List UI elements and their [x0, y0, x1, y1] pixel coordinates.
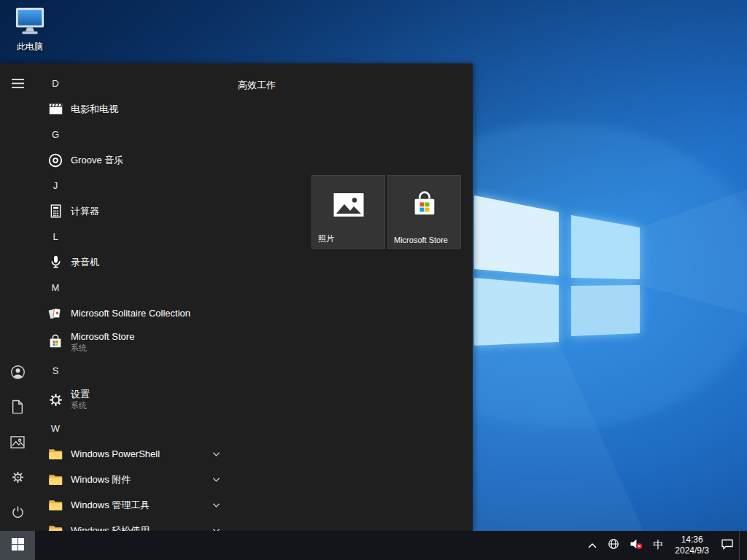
- letter-header-m[interactable]: M: [35, 275, 236, 300]
- desktop-icon-this-pc[interactable]: 此电脑: [9, 6, 51, 53]
- tile-microsoft-store[interactable]: Microsoft Store: [387, 175, 461, 249]
- store-icon: [47, 333, 64, 351]
- calculator-icon: [47, 203, 64, 220]
- clock-time: 14:36: [681, 534, 703, 545]
- tile-photos[interactable]: 照片: [311, 175, 385, 249]
- app-item-label: 录音机: [71, 256, 99, 269]
- letter-label: G: [47, 129, 64, 140]
- folder-item-label: Windows 附件: [71, 473, 131, 486]
- windows-logo-icon: [12, 538, 24, 553]
- tile-group-header[interactable]: 高效工作: [238, 79, 276, 92]
- app-item-label: Microsoft Store: [71, 331, 134, 342]
- photos-icon: [333, 191, 365, 222]
- app-item-label: 计算器: [71, 205, 99, 218]
- show-desktop-button[interactable]: [739, 531, 744, 560]
- clock-date: 2024/9/3: [675, 545, 709, 556]
- chevron-down-icon: [212, 451, 220, 457]
- app-item-label: 设置: [71, 389, 90, 400]
- start-button[interactable]: [0, 531, 35, 560]
- network-globe-icon: [608, 538, 619, 553]
- chevron-down-icon: [212, 477, 220, 483]
- user-account-button[interactable]: [0, 356, 35, 391]
- app-item-sublabel: 系统: [71, 343, 134, 354]
- app-item-settings[interactable]: 设置 系统: [35, 384, 236, 416]
- letter-header-d[interactable]: D: [35, 71, 236, 96]
- letter-label: D: [47, 78, 64, 89]
- ime-indicator[interactable]: 中: [648, 531, 668, 560]
- taskbar: 中 14:36 2024/9/3: [0, 531, 747, 560]
- action-center-icon: [721, 538, 734, 553]
- pictures-icon: [10, 436, 25, 451]
- pictures-button[interactable]: [0, 426, 35, 461]
- tile-label: Microsoft Store: [394, 236, 457, 244]
- rail-bottom-group: [0, 356, 35, 531]
- app-item-label: Groove 音乐: [71, 154, 123, 167]
- app-item-calculator[interactable]: 计算器: [35, 198, 236, 224]
- folder-icon: [47, 522, 64, 532]
- start-menu: D 电影和电视 G: [0, 63, 473, 531]
- letter-label: S: [47, 365, 64, 376]
- app-item-groove-music[interactable]: Groove 音乐: [35, 147, 236, 173]
- folder-icon: [47, 497, 64, 514]
- documents-button[interactable]: [0, 391, 35, 426]
- movies-tv-icon: [47, 101, 64, 118]
- volume-muted-icon: [630, 538, 643, 553]
- this-pc-icon: [13, 26, 47, 39]
- letter-header-l[interactable]: L: [35, 224, 236, 249]
- folder-item-label: Windows PowerShell: [71, 448, 160, 459]
- app-item-label: 电影和电视: [71, 103, 118, 116]
- desktop-icon-label: 此电脑: [9, 41, 51, 53]
- chevron-down-icon: [212, 502, 220, 508]
- letter-header-g[interactable]: G: [35, 122, 236, 147]
- avatar-icon: [10, 365, 26, 383]
- solitaire-icon: [47, 305, 64, 322]
- app-item-label: Microsoft Solitaire Collection: [71, 308, 190, 319]
- letter-label: L: [47, 231, 64, 242]
- clock[interactable]: 14:36 2024/9/3: [668, 531, 716, 560]
- start-menu-tiles-pane: 高效工作 照片: [236, 63, 473, 531]
- settings-gear-icon: [47, 391, 64, 408]
- document-icon: [11, 400, 24, 417]
- app-item-solitaire[interactable]: Microsoft Solitaire Collection: [35, 300, 236, 326]
- folder-item-windows-accessories[interactable]: Windows 附件: [35, 467, 236, 492]
- start-menu-app-list: D 电影和电视 G: [35, 63, 236, 531]
- folder-item-windows-ease-of-access[interactable]: Windows 轻松使用: [35, 518, 236, 531]
- tray-overflow-button[interactable]: [582, 531, 603, 560]
- folder-icon: [47, 471, 64, 489]
- folder-item-label: Windows 轻松使用: [71, 524, 150, 532]
- folder-item-windows-powershell[interactable]: Windows PowerShell: [35, 441, 236, 467]
- power-button[interactable]: [0, 496, 35, 531]
- app-item-voice-recorder[interactable]: 录音机: [35, 249, 236, 275]
- store-icon: [410, 190, 439, 222]
- network-button[interactable]: [603, 531, 624, 560]
- folder-item-windows-admin-tools[interactable]: Windows 管理工具: [35, 492, 236, 518]
- letter-header-s[interactable]: S: [35, 358, 236, 384]
- hamburger-icon: [12, 78, 24, 91]
- letter-label: W: [47, 423, 64, 434]
- gear-icon: [11, 470, 25, 487]
- power-icon: [11, 505, 25, 522]
- app-item-movies-tv[interactable]: 电影和电视: [35, 96, 236, 122]
- app-item-sublabel: 系统: [71, 400, 90, 411]
- start-menu-rail: [0, 63, 35, 531]
- action-center-button[interactable]: [716, 531, 739, 560]
- desktop: 此电脑: [0, 0, 747, 560]
- folder-item-label: Windows 管理工具: [71, 499, 150, 512]
- letter-header-w[interactable]: W: [35, 416, 236, 441]
- chevron-up-icon: [587, 539, 597, 552]
- settings-button[interactable]: [0, 461, 35, 496]
- volume-button[interactable]: [624, 531, 648, 560]
- expand-menu-button[interactable]: [0, 67, 35, 102]
- tile-label: 照片: [318, 233, 382, 244]
- system-tray: 中 14:36 2024/9/3: [582, 531, 747, 560]
- folder-icon: [47, 446, 64, 463]
- letter-header-j[interactable]: J: [35, 173, 236, 198]
- voice-recorder-icon: [47, 254, 64, 271]
- letter-label: J: [47, 180, 64, 191]
- groove-music-icon: [47, 152, 64, 169]
- app-item-microsoft-store[interactable]: Microsoft Store 系统: [35, 326, 236, 358]
- letter-label: M: [47, 282, 64, 293]
